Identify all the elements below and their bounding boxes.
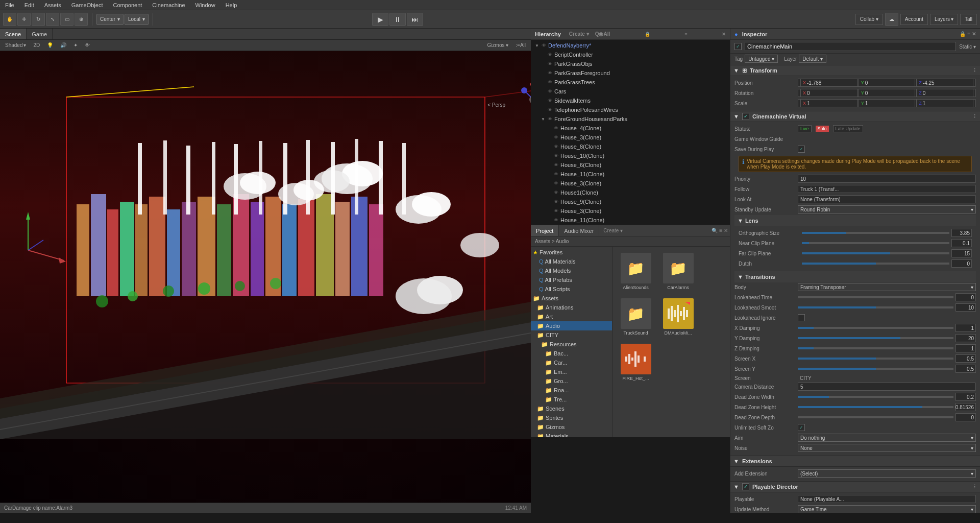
tool-rotate[interactable]: ↻ <box>32 13 45 26</box>
asset-fire[interactable]: FIRE_Hot_... <box>617 342 655 383</box>
menu-file[interactable]: File <box>3 2 16 9</box>
inspector-lock-btn[interactable]: 🔒 <box>960 31 966 37</box>
follow-field[interactable]: Truck 1 (Transf... <box>798 185 976 193</box>
playable-director-menu-icon[interactable]: ⋮ <box>972 484 977 489</box>
cloud-button[interactable]: ☁ <box>885 13 898 26</box>
camera-distance-field[interactable]: 5 <box>798 383 976 391</box>
priority-field[interactable]: 10 <box>798 175 976 183</box>
list-item[interactable]: 👁 ScriptController <box>531 50 730 59</box>
dutch-value[interactable]: 0 <box>951 259 972 268</box>
assets-root-item[interactable]: 📁Assets <box>531 294 612 303</box>
inspector-close-btn[interactable]: ✕ <box>972 31 976 37</box>
tool-rect[interactable]: ▭ <box>60 13 74 26</box>
shaded-dropdown[interactable]: Shaded ▾ <box>3 41 28 50</box>
dead-zone-depth-slider[interactable] <box>798 416 953 418</box>
y-damping-value[interactable]: 20 <box>955 334 976 342</box>
list-item[interactable]: QAll Models <box>531 266 612 275</box>
pause-button[interactable]: ⏸ <box>389 13 406 26</box>
list-item[interactable]: 👁 ParkGrassObjs <box>531 59 730 68</box>
tab-project[interactable]: Project <box>531 225 559 236</box>
body-dropdown[interactable]: Framing Transposer▾ <box>798 283 976 291</box>
tab-game[interactable]: Game <box>27 29 53 39</box>
transitions-header[interactable]: ▼ Transitions <box>734 271 976 282</box>
hierarchy-root[interactable]: ▼ 👁 DefendNayberry* <box>531 41 730 50</box>
list-item[interactable]: 👁 House_3(Clone) <box>531 133 730 142</box>
list-item[interactable]: 👁 Cars <box>531 87 730 96</box>
layers-button[interactable]: Layers ▾ <box>930 14 958 25</box>
list-item[interactable]: 👁 House_4(Clone) <box>531 124 730 133</box>
list-item[interactable]: 👁 House_6(Clone) <box>531 160 730 170</box>
list-item[interactable]: 📁Scenes <box>531 404 612 413</box>
step-button[interactable]: ⏭ <box>407 13 423 26</box>
project-menu-btn[interactable]: ≡ <box>719 228 722 233</box>
near-clip-value[interactable]: 0.1 <box>951 239 972 247</box>
layout-button[interactable]: Tall <box>960 14 977 25</box>
screen-x-slider[interactable] <box>798 358 953 360</box>
tool-scale[interactable]: ⤡ <box>46 13 59 26</box>
gizmos-dropdown[interactable]: Gizmos ▾ <box>485 41 511 50</box>
dutch-slider[interactable] <box>802 263 949 265</box>
list-item[interactable]: ▼👁 ForeGroundHousesandParks <box>531 114 730 124</box>
look-at-field[interactable]: None (Transform) <box>798 195 976 203</box>
list-item[interactable]: 📁Resources <box>531 340 612 349</box>
lens-header[interactable]: ▼ Lens <box>734 215 976 226</box>
pos-y-field[interactable]: Y0 <box>859 79 916 87</box>
audio-folder-item[interactable]: 📁Audio <box>531 321 612 330</box>
tag-dropdown[interactable]: Untagged ▾ <box>745 55 778 63</box>
pos-z-field[interactable]: Z-4.25 <box>916 79 973 87</box>
list-item[interactable]: 📁Art <box>531 312 612 321</box>
dead-zone-width-slider[interactable] <box>798 396 953 398</box>
dead-zone-height-slider[interactable] <box>798 406 953 408</box>
menu-assets[interactable]: Assets <box>42 2 63 9</box>
hierarchy-lock-btn[interactable]: 🔒 <box>645 32 650 37</box>
menu-component[interactable]: Component <box>111 2 144 9</box>
add-extension-dropdown[interactable]: (Select)▾ <box>798 469 976 478</box>
lookahead-smooth-slider[interactable] <box>798 306 953 308</box>
rot-z-field[interactable]: Z0 <box>916 89 973 97</box>
local-dropdown[interactable]: Local ▾ <box>125 14 149 25</box>
noise-dropdown[interactable]: None▾ <box>798 444 976 452</box>
list-item[interactable]: 👁 ParkGrassTrees <box>531 78 730 87</box>
list-item[interactable]: 📁Materials <box>531 432 612 437</box>
list-item[interactable]: 📁Tre... <box>531 395 612 404</box>
list-item[interactable]: 👁 House_10(Clone) <box>531 151 730 160</box>
account-button[interactable]: Account <box>900 14 928 25</box>
city-folder-item[interactable]: 📁CITY <box>531 330 612 340</box>
list-item[interactable]: 📁Gizmos <box>531 422 612 432</box>
scene-viewport[interactable]: ✕ < Persp <box>0 51 531 503</box>
aim-dropdown[interactable]: Do nothing▾ <box>798 434 976 442</box>
lookahead-time-value[interactable]: 0 <box>955 293 976 301</box>
scale-x-field[interactable]: X1 <box>800 99 857 107</box>
screen-y-slider[interactable] <box>798 368 953 370</box>
asset-dmaudio[interactable]: DMAudioMi... <box>659 296 697 338</box>
far-clip-value[interactable]: 15 <box>951 249 972 257</box>
lookahead-smooth-value[interactable]: 10 <box>955 303 976 312</box>
transform-component-header[interactable]: ▼ ⊞ Transform ⋮ <box>730 65 980 76</box>
list-item[interactable]: 📁Roa... <box>531 386 612 395</box>
list-item[interactable]: QAll Materials <box>531 257 612 266</box>
list-item[interactable]: 📁Gro... <box>531 376 612 386</box>
cinemachine-component-header[interactable]: ▼ Cinemachine Virtual ⋮ <box>730 111 980 122</box>
pivot-dropdown[interactable]: Center ▾ <box>96 14 124 25</box>
asset-truck-sound[interactable]: 📁 TruckSound <box>617 296 655 338</box>
list-item[interactable]: 📁Car... <box>531 358 612 367</box>
asset-car-alarms[interactable]: 📁 CarAlarms <box>659 251 697 292</box>
list-item[interactable]: QAll Prefabs <box>531 275 612 284</box>
sound-button[interactable]: 🔊 <box>58 41 68 50</box>
list-item[interactable]: 👁 House1(Clone) <box>531 188 730 197</box>
list-item[interactable]: 👁 House_3(Clone) <box>531 179 730 188</box>
scene-vis-button[interactable]: 👁 <box>83 41 92 50</box>
rot-y-field[interactable]: Y0 <box>859 89 916 97</box>
pos-x-field[interactable]: X-1.788 <box>800 79 857 87</box>
list-item[interactable]: 📁Animations <box>531 303 612 312</box>
transform-menu-icon[interactable]: ⋮ <box>972 68 977 73</box>
layer-dropdown[interactable]: Default ▾ <box>799 55 826 63</box>
playable-field[interactable]: None (Playable A... <box>798 495 976 503</box>
object-enable-checkbox[interactable] <box>734 43 742 50</box>
dead-zone-depth-value[interactable]: 0 <box>955 413 976 421</box>
y-damping-slider[interactable] <box>798 337 953 339</box>
fx-button[interactable]: ✦ <box>71 41 80 50</box>
list-item[interactable]: QAll Scripts <box>531 284 612 294</box>
playable-director-header[interactable]: ▼ Playable Director ⋮ <box>730 481 980 492</box>
list-item[interactable]: 👁 TelephonePolesandWires <box>531 105 730 114</box>
